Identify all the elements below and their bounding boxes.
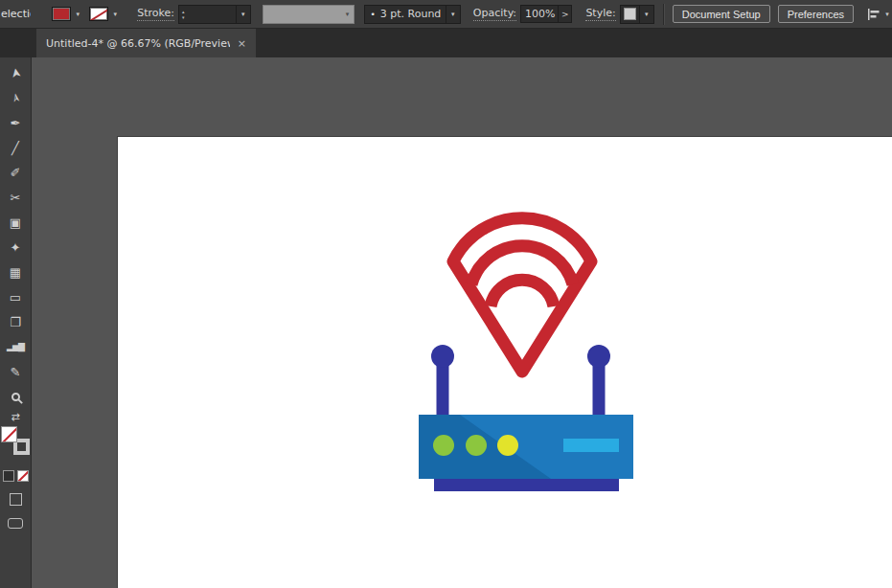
opacity-panel-button[interactable]: > bbox=[559, 5, 572, 23]
symbol-sprayer-tool[interactable]: ❐ bbox=[3, 309, 28, 334]
wifi-pin-icon bbox=[453, 218, 591, 372]
perspective-grid-tool[interactable]: ▦ bbox=[3, 260, 28, 284]
brush-definition-value[interactable]: 3 pt. Round bbox=[380, 8, 446, 20]
chevron-down-icon: ▾ bbox=[342, 11, 352, 18]
paintbrush-tool-icon: ✐ bbox=[11, 166, 21, 180]
eyedropper-tool[interactable]: ✎ bbox=[3, 359, 28, 384]
opacity-value[interactable]: 100% bbox=[525, 8, 555, 20]
column-graph-tool[interactable]: ▂▅▇ bbox=[3, 334, 28, 359]
tool-context-label: election bbox=[0, 8, 31, 20]
close-icon[interactable]: × bbox=[230, 37, 246, 50]
brush-preview-icon: • bbox=[365, 10, 379, 19]
router-antenna-right bbox=[587, 345, 610, 418]
rectangle-tool-icon: ▭ bbox=[10, 290, 21, 305]
wifi-inner-arc bbox=[491, 280, 554, 306]
style-label[interactable]: Style: bbox=[585, 7, 615, 21]
direct-selection-tool[interactable]: ➢ bbox=[3, 85, 28, 110]
document-tab-strip: Untitled-4* @ 66.67% (RGB/Preview) × bbox=[0, 29, 892, 57]
artboard-tool-icon: ▣ bbox=[10, 215, 21, 230]
indicator-light-green-2 bbox=[466, 435, 487, 456]
selection-tool-icon: ➤ bbox=[8, 66, 24, 79]
fill-swatch[interactable] bbox=[52, 7, 71, 21]
selection-tool[interactable]: ➤ bbox=[3, 60, 28, 85]
width-profile-dropdown: ▾ bbox=[263, 5, 355, 24]
line-segment-tool[interactable]: ╱ bbox=[3, 135, 28, 160]
separator bbox=[663, 4, 664, 25]
stroke-width-stepper[interactable]: ▴ ▾ bbox=[179, 9, 188, 20]
indicator-light-green-1 bbox=[433, 435, 454, 456]
stroke-width-combobox[interactable]: ▴ ▾ ▾ bbox=[178, 5, 251, 24]
document-setup-button[interactable]: Document Setup bbox=[673, 5, 770, 23]
chevron-down-icon[interactable]: ▾ bbox=[73, 11, 82, 18]
screen-mode-button[interactable] bbox=[8, 518, 23, 529]
chevron-down-icon: ▾ bbox=[448, 11, 458, 18]
style-dropdown[interactable]: ▾ bbox=[639, 6, 653, 23]
none-button[interactable] bbox=[17, 470, 29, 482]
zoom-tool[interactable] bbox=[3, 384, 28, 409]
opacity-input[interactable]: 100% bbox=[520, 5, 559, 23]
curvature-tool-icon: ✒ bbox=[11, 116, 21, 130]
shaper-tool-icon: ✦ bbox=[11, 240, 21, 255]
brush-definition-combobox[interactable]: • 3 pt. Round ▾ bbox=[364, 5, 460, 24]
stroke-width-dropdown[interactable]: ▾ bbox=[236, 6, 250, 23]
direct-selection-tool-icon: ➢ bbox=[8, 91, 24, 103]
preferences-button[interactable]: Preferences bbox=[778, 5, 854, 23]
align-control[interactable]: ▾ bbox=[865, 8, 892, 21]
zoom-tool-icon bbox=[11, 393, 20, 401]
column-graph-tool-icon: ▂▅▇ bbox=[7, 342, 24, 351]
fill-color-control[interactable]: ▾ bbox=[52, 7, 82, 21]
indicator-light-yellow bbox=[497, 435, 518, 456]
router-base bbox=[434, 479, 619, 491]
stroke-color-control[interactable]: ▾ bbox=[89, 7, 120, 21]
curvature-tool[interactable]: ✒ bbox=[3, 110, 28, 135]
draw-mode-button[interactable] bbox=[10, 493, 22, 506]
chevron-down-icon: ▾ bbox=[642, 11, 652, 18]
brush-dropdown[interactable]: ▾ bbox=[446, 6, 460, 23]
color-button[interactable] bbox=[3, 470, 14, 482]
spinner-down-icon[interactable]: ▾ bbox=[182, 14, 185, 20]
eyedropper-tool-icon: ✎ bbox=[11, 365, 21, 379]
scissors-tool-icon: ✂ bbox=[11, 191, 21, 205]
style-combobox[interactable]: ▾ bbox=[620, 5, 654, 24]
control-bar: election ▾ ▾ Stroke: ▴ ▾ ▾ ▾ • 3 pt. Rou… bbox=[0, 0, 892, 29]
chevron-down-icon[interactable]: ▾ bbox=[882, 11, 892, 18]
expand-icon: > bbox=[561, 10, 569, 19]
fill-color-indicator[interactable] bbox=[1, 426, 17, 442]
swap-arrows-icon: ⇄ bbox=[11, 411, 19, 423]
symbol-sprayer-tool-icon: ❐ bbox=[10, 315, 21, 329]
paintbrush-tool[interactable]: ✐ bbox=[3, 160, 28, 185]
artboard-tool[interactable]: ▣ bbox=[3, 210, 28, 235]
line-segment-tool-icon: ╱ bbox=[11, 141, 19, 155]
rectangle-tool[interactable]: ▭ bbox=[3, 284, 28, 309]
style-preview-swatch bbox=[624, 8, 636, 20]
stroke-none-swatch[interactable] bbox=[89, 7, 108, 21]
canvas-pasteboard[interactable] bbox=[32, 57, 892, 588]
tools-panel: ➤ ➢ ✒ ╱ ✐ ✂ ▣ ✦ ▦ ▭ ❐ ▂▅▇ ✎ ⇄ bbox=[0, 57, 32, 588]
perspective-grid-tool-icon: ▦ bbox=[10, 265, 21, 280]
stroke-label[interactable]: Stroke: bbox=[137, 7, 174, 21]
chevron-down-icon[interactable]: ▾ bbox=[110, 11, 120, 18]
router-antenna-left bbox=[431, 345, 454, 418]
align-icon bbox=[865, 8, 881, 21]
router-display bbox=[563, 439, 619, 452]
swap-fill-stroke-button[interactable]: ⇄ bbox=[11, 411, 19, 424]
opacity-label[interactable]: Opacity: bbox=[473, 7, 516, 21]
wifi-router-illustration bbox=[402, 168, 652, 503]
fill-stroke-indicator bbox=[1, 426, 30, 455]
document-tab-title: Untitled-4* @ 66.67% (RGB/Preview) bbox=[46, 37, 230, 50]
shaper-tool[interactable]: ✦ bbox=[3, 235, 28, 260]
color-mode-buttons bbox=[3, 470, 29, 482]
chevron-down-icon: ▾ bbox=[239, 11, 248, 18]
scissors-tool[interactable]: ✂ bbox=[3, 185, 28, 210]
document-tab[interactable]: Untitled-4* @ 66.67% (RGB/Preview) × bbox=[36, 29, 256, 57]
